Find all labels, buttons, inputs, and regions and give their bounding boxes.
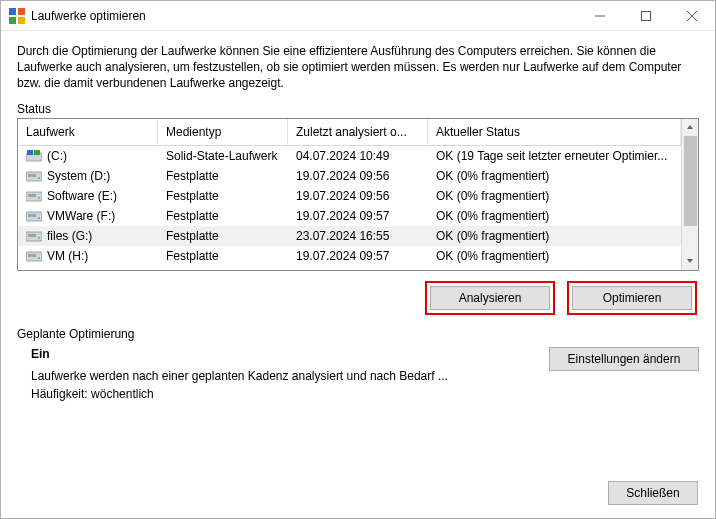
close-dialog-button[interactable]: Schließen	[608, 481, 698, 505]
svg-rect-18	[28, 234, 36, 237]
minimize-button[interactable]	[577, 1, 623, 31]
vertical-scrollbar[interactable]	[681, 119, 698, 270]
cell-media: Festplatte	[158, 246, 288, 266]
svg-rect-1	[18, 8, 25, 15]
cell-analyzed: 19.07.2024 09:57	[288, 246, 428, 266]
intro-text: Durch die Optimierung der Laufwerke könn…	[17, 43, 699, 92]
svg-rect-0	[9, 8, 16, 15]
cell-drive: VM (H:)	[18, 246, 158, 266]
scheduled-label: Geplante Optimierung	[17, 327, 699, 341]
cell-drive: (C:)	[18, 146, 158, 166]
change-settings-button[interactable]: Einstellungen ändern	[549, 347, 699, 371]
cell-state: OK (0% fragmentiert)	[428, 166, 681, 186]
scheduled-freq: Häufigkeit: wöchentlich	[31, 385, 549, 403]
col-state[interactable]: Aktueller Status	[428, 119, 681, 145]
drive-icon	[26, 210, 42, 222]
drive-icon	[26, 170, 42, 182]
cell-drive: System (D:)	[18, 166, 158, 186]
drive-name: System (D:)	[47, 169, 110, 183]
defrag-app-icon	[9, 8, 25, 24]
cell-analyzed: 19.07.2024 09:56	[288, 186, 428, 206]
drive-name: VMWare (F:)	[47, 209, 115, 223]
optimize-highlight: Optimieren	[567, 281, 697, 315]
list-header: Laufwerk Medientyp Zuletzt analysiert o.…	[18, 119, 681, 146]
titlebar: Laufwerke optimieren	[1, 1, 715, 31]
svg-rect-2	[9, 17, 16, 24]
analyze-highlight: Analysieren	[425, 281, 555, 315]
col-analyzed[interactable]: Zuletzt analysiert o...	[288, 119, 428, 145]
close-button[interactable]	[669, 1, 715, 31]
cell-media: Solid-State-Laufwerk	[158, 146, 288, 166]
cell-state: OK (19 Tage seit letzter erneuter Optimi…	[428, 146, 681, 166]
scroll-down-arrow[interactable]	[682, 253, 699, 270]
drive-icon	[26, 190, 42, 202]
scroll-thumb[interactable]	[684, 136, 697, 226]
optimize-button[interactable]: Optimieren	[572, 286, 692, 310]
svg-point-22	[38, 257, 40, 259]
table-row[interactable]: VM (H:)Festplatte19.07.2024 09:57OK (0% …	[18, 246, 681, 266]
cell-analyzed: 19.07.2024 09:56	[288, 166, 428, 186]
drive-icon	[26, 150, 42, 162]
cell-media: Festplatte	[158, 166, 288, 186]
svg-rect-7	[34, 150, 40, 155]
table-row[interactable]: files (G:)Festplatte23.07.2024 16:55OK (…	[18, 226, 681, 246]
cell-drive: Software (E:)	[18, 186, 158, 206]
table-row[interactable]: (C:)Solid-State-Laufwerk04.07.2024 10:49…	[18, 146, 681, 166]
svg-rect-4	[642, 11, 651, 20]
drive-name: (I:)	[47, 269, 62, 270]
svg-rect-15	[28, 214, 36, 217]
cell-drive: (I:)	[18, 266, 158, 270]
scheduled-state: Ein	[31, 345, 549, 363]
cell-state: OK (0% fragmentiert)	[428, 266, 681, 270]
cell-media: Festplatte	[158, 206, 288, 226]
table-row[interactable]: Software (E:)Festplatte19.07.2024 09:56O…	[18, 186, 681, 206]
scheduled-desc: Laufwerke werden nach einer geplanten Ka…	[31, 367, 549, 385]
svg-point-19	[38, 237, 40, 239]
cell-analyzed: 04.07.2024 10:49	[288, 146, 428, 166]
col-media[interactable]: Medientyp	[158, 119, 288, 145]
scroll-track[interactable]	[682, 136, 699, 253]
cell-media: Festplatte	[158, 266, 288, 270]
drive-icon	[26, 250, 42, 262]
drive-name: VM (H:)	[47, 249, 88, 263]
analyze-button[interactable]: Analysieren	[430, 286, 550, 310]
cell-media: Festplatte	[158, 226, 288, 246]
drive-list: Laufwerk Medientyp Zuletzt analysiert o.…	[17, 118, 699, 271]
svg-rect-21	[28, 254, 36, 257]
table-row[interactable]: System (D:)Festplatte19.07.2024 09:56OK …	[18, 166, 681, 186]
svg-point-13	[38, 197, 40, 199]
svg-point-16	[38, 217, 40, 219]
scheduled-info: Ein Laufwerke werden nach einer geplante…	[17, 345, 549, 403]
status-label: Status	[17, 102, 699, 116]
svg-rect-9	[28, 174, 36, 177]
cell-analyzed: 23.07.2024 16:55	[288, 226, 428, 246]
cell-state: OK (0% fragmentiert)	[428, 226, 681, 246]
table-row[interactable]: (I:)Festplatte19.07.2024 09:57OK (0% fra…	[18, 266, 681, 270]
svg-point-10	[38, 177, 40, 179]
drive-actions: Analysieren Optimieren	[17, 271, 699, 327]
col-drive[interactable]: Laufwerk	[18, 119, 158, 145]
scheduled-freq-label: Häufigkeit:	[31, 387, 88, 401]
drive-icon	[26, 230, 42, 242]
scheduled-freq-value: wöchentlich	[91, 387, 154, 401]
cell-drive: files (G:)	[18, 226, 158, 246]
cell-media: Festplatte	[158, 186, 288, 206]
svg-rect-3	[18, 17, 25, 24]
cell-drive: VMWare (F:)	[18, 206, 158, 226]
maximize-button[interactable]	[623, 1, 669, 31]
svg-rect-12	[28, 194, 36, 197]
cell-analyzed: 19.07.2024 09:57	[288, 206, 428, 226]
svg-rect-6	[27, 150, 33, 155]
drive-name: (C:)	[47, 149, 67, 163]
cell-state: OK (0% fragmentiert)	[428, 246, 681, 266]
window-title: Laufwerke optimieren	[31, 9, 146, 23]
cell-state: OK (0% fragmentiert)	[428, 186, 681, 206]
drive-name: Software (E:)	[47, 189, 117, 203]
drive-name: files (G:)	[47, 229, 92, 243]
cell-state: OK (0% fragmentiert)	[428, 206, 681, 226]
cell-analyzed: 19.07.2024 09:57	[288, 266, 428, 270]
table-row[interactable]: VMWare (F:)Festplatte19.07.2024 09:57OK …	[18, 206, 681, 226]
scroll-up-arrow[interactable]	[682, 119, 699, 136]
